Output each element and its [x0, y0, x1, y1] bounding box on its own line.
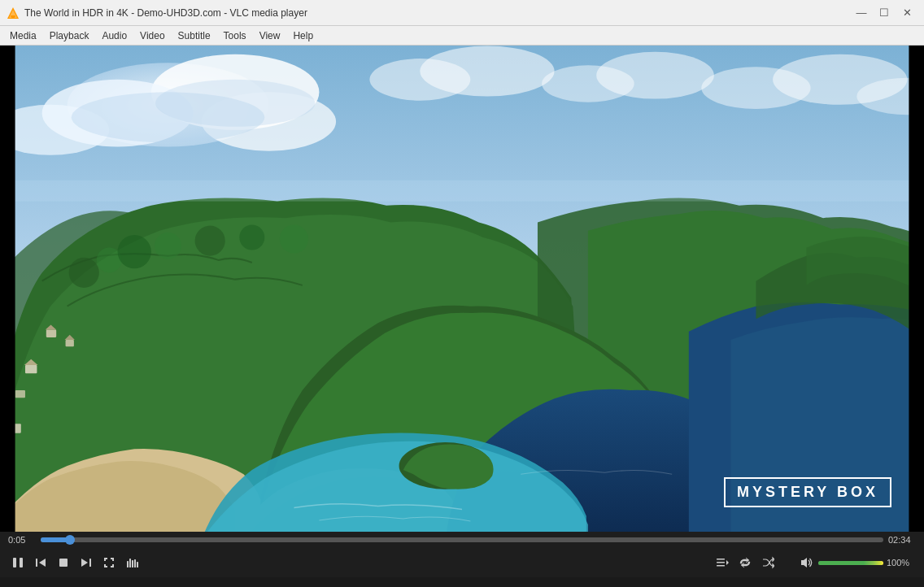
svg-rect-27	[46, 330, 56, 337]
svg-rect-51	[717, 562, 725, 563]
svg-rect-48	[134, 559, 136, 567]
maximize-button[interactable]: ☐	[874, 2, 895, 24]
svg-rect-52	[717, 565, 725, 567]
svg-point-23	[155, 233, 181, 259]
svg-rect-45	[127, 561, 129, 567]
previous-icon	[34, 556, 47, 569]
svg-marker-53	[726, 560, 729, 565]
volume-button[interactable]	[795, 551, 818, 574]
pause-icon	[11, 556, 24, 569]
svg-point-24	[195, 226, 225, 256]
svg-rect-40	[36, 559, 37, 567]
svg-point-18	[155, 80, 315, 127]
menu-tools[interactable]: Tools	[217, 26, 253, 45]
svg-rect-42	[59, 559, 68, 567]
random-button[interactable]	[756, 551, 779, 574]
volume-bar-fill	[818, 561, 883, 565]
seek-bar[interactable]	[41, 537, 883, 542]
previous-button[interactable]	[29, 551, 52, 574]
fullscreen-icon	[102, 556, 116, 569]
svg-rect-49	[137, 562, 138, 567]
svg-rect-31	[25, 365, 37, 373]
svg-point-11	[420, 46, 554, 97]
video-area: MYSTERY BOX	[0, 46, 924, 532]
total-time: 02:34	[888, 535, 916, 545]
svg-rect-46	[129, 559, 131, 567]
svg-rect-33	[15, 390, 25, 398]
buttons-row: 100%	[7, 551, 917, 574]
svg-rect-36	[0, 46, 15, 532]
window-title: The World in HDR in 4K - Demo-UHD3D.com …	[24, 7, 851, 19]
svg-rect-35	[0, 180, 924, 202]
svg-rect-2	[11, 15, 15, 17]
menu-audio[interactable]: Audio	[95, 26, 133, 45]
volume-area: 100%	[818, 558, 917, 567]
fullscreen-button[interactable]	[98, 551, 120, 574]
menu-media[interactable]: Media	[3, 26, 43, 45]
svg-rect-37	[909, 46, 924, 532]
svg-marker-41	[39, 559, 46, 567]
watermark: MYSTERY BOX	[724, 477, 891, 507]
volume-icon	[800, 556, 813, 569]
svg-rect-47	[132, 560, 133, 567]
svg-point-25	[239, 225, 264, 250]
svg-point-13	[596, 52, 714, 99]
equalizer-icon	[125, 556, 138, 569]
volume-label: 100%	[887, 558, 917, 567]
svg-point-26	[280, 225, 308, 254]
menu-help[interactable]: Help	[286, 26, 320, 45]
playlist-button[interactable]	[711, 551, 734, 574]
svg-rect-38	[13, 558, 16, 567]
volume-bar[interactable]	[818, 561, 883, 565]
controls-bar: 0:05 02:34	[0, 532, 924, 577]
minimize-button[interactable]: —	[851, 2, 872, 24]
seek-handle[interactable]	[65, 535, 75, 545]
menu-bar: Media Playback Audio Video Subtitle Tool…	[0, 26, 924, 46]
random-icon	[761, 556, 774, 569]
svg-point-22	[118, 235, 151, 268]
seek-row: 0:05 02:34	[7, 535, 917, 545]
close-button[interactable]: ✕	[896, 2, 917, 24]
extended-button[interactable]	[120, 551, 143, 574]
svg-point-20	[69, 258, 99, 288]
current-time: 0:05	[8, 535, 36, 545]
menu-video[interactable]: Video	[133, 26, 171, 45]
menu-subtitle[interactable]: Subtitle	[172, 26, 217, 45]
playlist-icon	[716, 556, 729, 569]
svg-rect-3	[11, 17, 15, 19]
svg-rect-50	[717, 559, 725, 560]
window-controls: — ☐ ✕	[851, 2, 917, 24]
svg-marker-54	[801, 558, 807, 567]
title-bar: The World in HDR in 4K - Demo-UHD3D.com …	[0, 0, 924, 26]
svg-marker-44	[81, 559, 88, 567]
menu-view[interactable]: View	[253, 26, 287, 45]
loop-icon	[739, 556, 752, 569]
stop-icon	[57, 556, 70, 569]
menu-playback[interactable]: Playback	[43, 26, 96, 45]
svg-rect-39	[20, 558, 23, 567]
svg-rect-43	[89, 559, 91, 567]
loop-button[interactable]	[734, 551, 756, 574]
next-button[interactable]	[75, 551, 98, 574]
app-icon	[7, 7, 20, 20]
stop-button[interactable]	[52, 551, 75, 574]
video-frame	[0, 46, 924, 532]
svg-rect-29	[66, 340, 74, 346]
next-icon	[80, 556, 93, 569]
play-pause-button[interactable]	[7, 551, 29, 574]
